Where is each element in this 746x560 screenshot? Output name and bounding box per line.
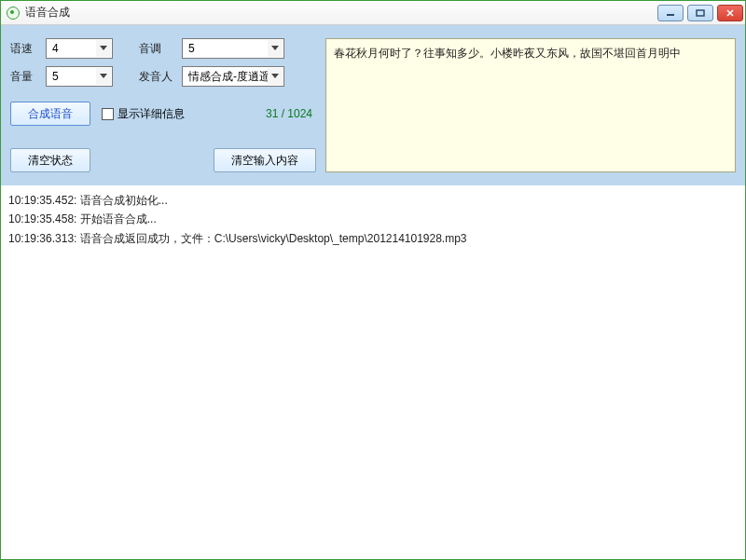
clear-input-button[interactable]: 清空输入内容 — [214, 148, 316, 172]
minimize-button[interactable] — [657, 5, 684, 21]
log-area[interactable]: 10:19:35.452: 语音合成初始化...10:19:35.458: 开始… — [1, 185, 745, 559]
speaker-label: 发音人 — [139, 69, 176, 85]
app-icon — [7, 7, 20, 20]
svg-rect-0 — [667, 14, 674, 16]
controls-panel: 语速 4 音调 5 音量 5 发音人 — [1, 25, 745, 185]
titlebar: 语音合成 — [1, 1, 745, 25]
pitch-label: 音调 — [139, 41, 176, 57]
show-detail-label: 显示详细信息 — [117, 106, 185, 122]
chevron-down-icon — [268, 68, 283, 85]
pitch-value: 5 — [183, 42, 212, 55]
synthesize-button-label: 合成语音 — [28, 106, 73, 122]
speed-label: 语速 — [10, 41, 40, 57]
text-input-content: 春花秋月何时了？往事知多少。小楼昨夜又东风，故国不堪回首月明中 — [334, 47, 681, 60]
svg-rect-1 — [697, 10, 704, 16]
log-line: 10:19:35.458: 开始语音合成... — [8, 210, 738, 228]
char-counter: 31 / 1024 — [266, 107, 312, 120]
app-window: 语音合成 语速 4 音调 — [0, 0, 746, 560]
clear-status-button[interactable]: 清空状态 — [10, 148, 90, 172]
speed-value: 4 — [47, 42, 76, 55]
show-detail-checkbox[interactable] — [102, 108, 114, 120]
clear-input-label: 清空输入内容 — [231, 153, 298, 169]
log-line: 10:19:35.452: 语音合成初始化... — [8, 191, 738, 210]
volume-value: 5 — [47, 70, 76, 83]
window-title: 语音合成 — [25, 5, 70, 20]
volume-combo[interactable]: 5 — [46, 66, 113, 87]
text-input[interactable]: 春花秋月何时了？往事知多少。小楼昨夜又东风，故国不堪回首月明中 — [325, 38, 736, 172]
pitch-combo[interactable]: 5 — [182, 38, 284, 59]
chevron-down-icon — [96, 40, 111, 57]
close-button[interactable] — [717, 5, 743, 21]
window-buttons — [657, 5, 743, 21]
chevron-down-icon — [96, 68, 111, 85]
log-line: 10:19:36.313: 语音合成返回成功，文件：C:\Users\vicky… — [8, 229, 738, 248]
speaker-combo[interactable]: 情感合成-度逍遥 — [182, 66, 284, 87]
volume-label: 音量 — [10, 69, 40, 85]
synthesize-button[interactable]: 合成语音 — [10, 102, 90, 126]
chevron-down-icon — [268, 40, 283, 57]
speed-combo[interactable]: 4 — [46, 38, 113, 59]
clear-status-label: 清空状态 — [28, 153, 73, 169]
left-controls: 语速 4 音调 5 音量 5 发音人 — [10, 38, 316, 172]
maximize-button[interactable] — [687, 5, 713, 21]
